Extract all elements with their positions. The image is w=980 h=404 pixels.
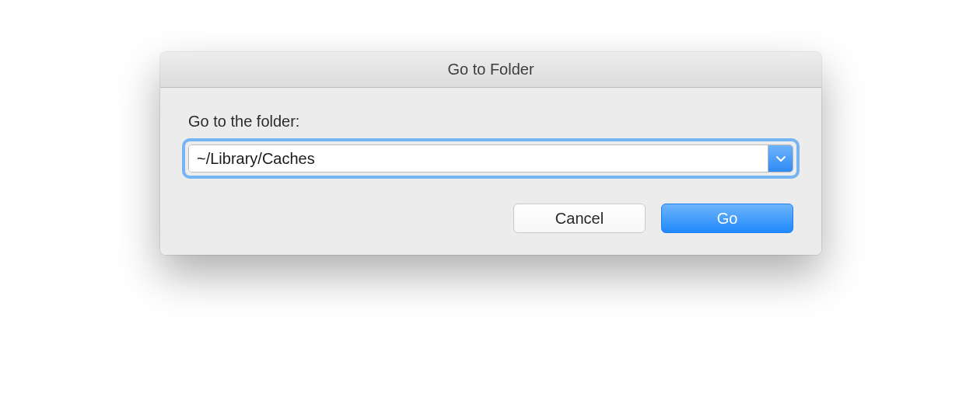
go-button[interactable]: Go: [661, 204, 793, 233]
dialog-title: Go to Folder: [447, 61, 534, 78]
dialog-body: Go to the folder: Cancel Go: [160, 88, 821, 255]
folder-path-row: [188, 145, 793, 172]
folder-path-combo: [188, 145, 793, 172]
dropdown-arrow-button[interactable]: [768, 145, 793, 172]
folder-path-input[interactable]: [189, 145, 768, 172]
cancel-button[interactable]: Cancel: [513, 204, 646, 233]
folder-path-label: Go to the folder:: [188, 113, 793, 131]
dialog-button-row: Cancel Go: [188, 204, 793, 233]
dialog-titlebar: Go to Folder: [160, 52, 821, 88]
go-to-folder-dialog: Go to Folder Go to the folder: Cancel Go: [160, 52, 821, 255]
chevron-down-icon: [776, 152, 786, 165]
